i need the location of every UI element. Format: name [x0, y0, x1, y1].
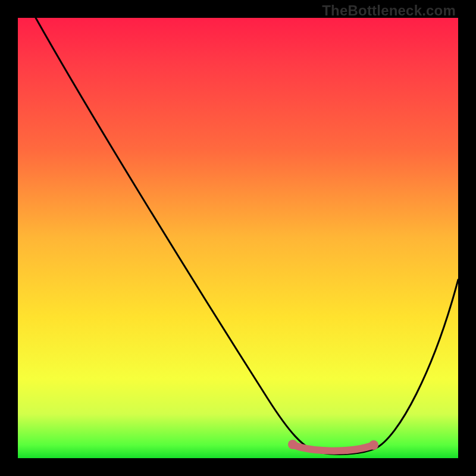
chart-gradient-background — [18, 18, 458, 458]
watermark-text: TheBottleneck.com — [322, 2, 456, 19]
chart-frame — [18, 18, 458, 458]
